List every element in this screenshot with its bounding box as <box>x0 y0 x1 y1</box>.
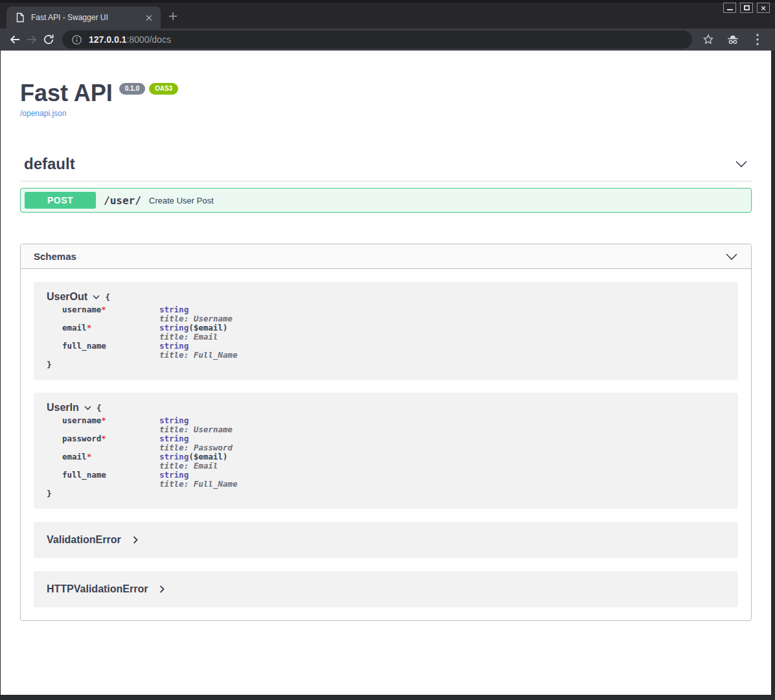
model-title: UserOut <box>47 291 87 303</box>
info-icon[interactable] <box>71 34 82 45</box>
openapi-spec-link[interactable]: /openapi.json <box>20 109 66 118</box>
property-format: ($email) <box>189 452 227 461</box>
tag-section-default: default POST /user/ Create User Post <box>20 155 752 213</box>
chevron-right-icon[interactable] <box>159 585 165 593</box>
tab-title: Fast API - Swagger UI <box>31 13 143 22</box>
property-title: title: Username <box>159 425 233 434</box>
property-title: title: Password <box>159 443 233 452</box>
model-userin-toggle[interactable]: UserIn { <box>47 402 725 414</box>
browser-tab[interactable]: Fast API - Swagger UI ✕ <box>6 6 161 29</box>
property-row: username* string title: Username <box>62 416 725 434</box>
property-title: title: Username <box>159 314 233 323</box>
property-row: email* string($email) title: Email <box>62 452 725 471</box>
browser-tab-bar: × Fast API - Swagger UI ✕ <box>0 0 775 29</box>
api-badges: 0.1.0 OAS3 <box>119 83 178 95</box>
property-title: title: Email <box>159 332 227 342</box>
browser-toolbar: 127.0.0.1:8000/docs <box>0 29 775 51</box>
url-path: :8000/docs <box>126 34 171 45</box>
endpoint-path: /user/ <box>104 194 141 207</box>
property-type: string <box>159 305 189 314</box>
property-row: full_name string title: Full_Name <box>62 471 725 489</box>
window-frame-right <box>771 51 775 700</box>
close-brace: } <box>47 489 725 498</box>
schemas-body: UserOut { username* string title: Userna… <box>21 269 751 620</box>
required-star: * <box>101 305 106 314</box>
property-title: title: Full_Name <box>159 351 237 360</box>
http-method-badge: POST <box>25 192 96 209</box>
forward-button[interactable] <box>23 31 40 48</box>
property-title: title: Full_Name <box>159 480 237 489</box>
endpoint-post-user[interactable]: POST /user/ Create User Post <box>20 188 752 213</box>
url-host: 127.0.0.1 <box>89 34 126 45</box>
maximize-icon <box>744 5 750 10</box>
open-brace: { <box>105 292 110 302</box>
property-row: username* string title: Username <box>62 305 725 323</box>
oas3-badge: OAS3 <box>149 83 178 95</box>
model-title: UserIn <box>47 402 79 414</box>
reload-button[interactable] <box>40 31 57 48</box>
model-httpvalidationerror[interactable]: HTTPValidationError <box>34 571 738 607</box>
chevron-down-icon[interactable] <box>84 406 91 410</box>
model-properties: username* string title: Username passwor… <box>62 416 725 489</box>
swagger-ui-page: Fast API 0.1.0 OAS3 /openapi.json defaul… <box>1 51 771 695</box>
model-properties: username* string title: Username email* … <box>62 305 725 360</box>
kebab-menu-icon[interactable] <box>749 31 766 48</box>
window-frame-bottom <box>0 695 775 700</box>
schemas-section: Schemas UserOut { username* <box>20 244 752 621</box>
property-row: full_name string title: Full_Name <box>62 342 725 360</box>
maximize-button[interactable] <box>740 3 753 13</box>
api-info: Fast API 0.1.0 OAS3 /openapi.json <box>1 51 771 119</box>
property-row: email* string($email) title: Email <box>62 323 725 342</box>
property-type: string <box>159 341 189 351</box>
chevron-down-icon[interactable] <box>93 295 100 299</box>
window-controls: × <box>723 3 770 13</box>
url-text: 127.0.0.1:8000/docs <box>89 34 171 45</box>
window-title-strip <box>0 0 775 3</box>
chevron-down-icon[interactable] <box>725 253 738 261</box>
model-title: HTTPValidationError <box>47 583 148 595</box>
property-row: password* string title: Password <box>62 434 725 452</box>
tag-name: default <box>24 155 75 173</box>
required-star: * <box>101 415 106 425</box>
model-userout-toggle[interactable]: UserOut { <box>47 291 725 303</box>
required-star: * <box>101 434 106 443</box>
property-type: string <box>159 323 189 332</box>
model-userout: UserOut { username* string title: Userna… <box>34 282 738 380</box>
close-window-button[interactable]: × <box>757 3 770 13</box>
schemas-header[interactable]: Schemas <box>21 244 751 269</box>
back-button[interactable] <box>6 31 23 48</box>
property-format: ($email) <box>189 323 227 332</box>
property-type: string <box>159 470 189 480</box>
bookmark-star-icon[interactable] <box>700 31 717 48</box>
model-userin: UserIn { username* string title: Usernam… <box>34 393 738 509</box>
chevron-down-icon[interactable] <box>735 160 748 168</box>
model-title: ValidationError <box>47 534 121 546</box>
document-icon <box>16 12 25 23</box>
property-type: string <box>159 415 189 425</box>
property-type: string <box>159 434 189 443</box>
minimize-button[interactable] <box>723 3 736 13</box>
property-title: title: Email <box>159 461 227 471</box>
property-type: string <box>159 452 189 461</box>
model-validationerror[interactable]: ValidationError <box>34 522 738 558</box>
endpoint-summary: Create User Post <box>149 196 214 205</box>
incognito-icon[interactable] <box>724 31 741 48</box>
schemas-title: Schemas <box>34 251 76 262</box>
open-brace: { <box>97 403 102 413</box>
close-tab-icon[interactable]: ✕ <box>143 13 154 23</box>
url-bar[interactable]: 127.0.0.1:8000/docs <box>62 30 692 49</box>
page-title: Fast API <box>20 80 113 106</box>
close-brace: } <box>47 360 725 369</box>
new-tab-button[interactable] <box>168 12 178 21</box>
minimize-icon <box>727 9 733 10</box>
tag-header[interactable]: default <box>20 155 752 181</box>
version-badge: 0.1.0 <box>119 83 145 95</box>
toolbar-actions <box>700 31 766 48</box>
required-star: * <box>87 323 92 332</box>
required-star: * <box>87 452 92 461</box>
chevron-right-icon[interactable] <box>133 536 138 544</box>
close-window-icon: × <box>761 4 766 12</box>
